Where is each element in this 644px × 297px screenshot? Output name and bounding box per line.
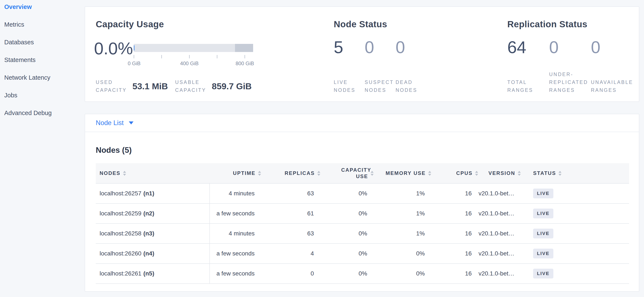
- node-id: (n3): [143, 230, 154, 237]
- node-name-cell[interactable]: localhost:26261 (n5): [96, 264, 210, 283]
- status-cell: LIVE: [521, 244, 629, 263]
- usable-capacity-value: 859.7 GiB: [212, 81, 252, 91]
- sort-icon: [428, 171, 431, 176]
- total-ranges-value: 64: [507, 39, 549, 56]
- node-list-dropdown[interactable]: Node List: [96, 119, 124, 127]
- node-id: (n1): [143, 190, 154, 197]
- replicas-cell: 63: [261, 224, 320, 243]
- version-cell: v20.1.0-bet…: [478, 224, 521, 243]
- sidebar-item-network-latency[interactable]: Network Latency: [0, 73, 85, 91]
- version-cell: v20.1.0-bet…: [478, 184, 521, 203]
- node-name-cell[interactable]: localhost:26257 (n1): [96, 184, 210, 203]
- live-nodes-value: 5: [334, 39, 365, 56]
- uptime-cell: 4 minutes: [210, 184, 261, 203]
- column-label: CPUS: [456, 170, 472, 176]
- sidebar-item-overview[interactable]: Overview: [0, 2, 85, 20]
- capacity-use-cell: 0%: [320, 204, 374, 223]
- axis-label-800: 800 GiB: [236, 60, 254, 66]
- column-header-cpus[interactable]: CPUS: [431, 163, 478, 183]
- node-name-cell[interactable]: localhost:26260 (n4): [96, 244, 210, 263]
- uptime-cell: 4 minutes: [210, 224, 261, 243]
- capacity-used-percent: 0.0%: [94, 39, 133, 58]
- column-header-version[interactable]: VERSION: [478, 163, 521, 183]
- cluster-summary-card: Capacity Usage 0.0% 0 GiB 400 GiB 800 Gi…: [85, 6, 639, 102]
- sort-icon: [258, 171, 261, 176]
- sidebar-item-statements[interactable]: Statements: [0, 56, 85, 73]
- under-replicated-ranges-value: 0: [549, 39, 591, 56]
- axis-label-0: 0 GiB: [128, 60, 140, 66]
- column-header-memory-use[interactable]: MEMORY USE: [374, 163, 431, 183]
- total-ranges-label: TOTAL RANGES: [507, 78, 549, 94]
- dead-nodes-stat: 0 DEAD NODES: [396, 39, 426, 94]
- uptime-cell: a few seconds: [210, 264, 261, 283]
- capacity-axis: 0 GiB 400 GiB 800 GiB: [134, 54, 253, 71]
- sidebar-item-metrics[interactable]: Metrics: [0, 20, 85, 38]
- column-label: VERSION: [488, 170, 515, 176]
- replicas-cell: 4: [261, 244, 320, 263]
- nodes-table-header: NODES UPTIME REPLICAS CAPACITY USE MEMOR…: [96, 163, 629, 184]
- axis-tick: [189, 55, 190, 58]
- dead-nodes-value: 0: [396, 39, 426, 56]
- table-row: localhost:26261 (n5) a few seconds 0 0% …: [96, 264, 629, 284]
- sort-icon: [370, 171, 374, 176]
- nodes-table: NODES UPTIME REPLICAS CAPACITY USE MEMOR…: [96, 163, 629, 284]
- table-row: localhost:26258 (n3) 4 minutes 63 0% 1% …: [96, 224, 629, 244]
- column-label: CAPACITY USE: [341, 167, 368, 180]
- node-id: (n5): [143, 270, 154, 277]
- column-header-uptime[interactable]: UPTIME: [210, 163, 261, 183]
- status-badge: LIVE: [533, 209, 553, 218]
- capacity-stats: USED CAPACITY 53.1 MiB USABLE CAPACITY 8…: [96, 78, 259, 94]
- sort-icon: [123, 171, 126, 176]
- column-header-replicas[interactable]: REPLICAS: [261, 163, 320, 183]
- uptime-cell: a few seconds: [210, 244, 261, 263]
- memory-use-cell: 1%: [374, 224, 431, 243]
- under-replicated-ranges-stat: 0 UNDER-REPLICATED RANGES: [549, 39, 591, 94]
- dead-nodes-label: DEAD NODES: [396, 78, 426, 94]
- suspect-nodes-label: SUSPECT NODES: [365, 78, 396, 94]
- column-header-nodes[interactable]: NODES: [96, 163, 210, 183]
- sidebar-item-databases[interactable]: Databases: [0, 38, 85, 56]
- cpus-cell: 16: [431, 204, 478, 223]
- table-row: localhost:26259 (n2) a few seconds 61 0%…: [96, 204, 629, 224]
- node-id: (n4): [143, 250, 154, 257]
- axis-tick: [134, 55, 134, 58]
- usable-capacity-label: USABLE CAPACITY: [175, 78, 212, 94]
- column-header-status[interactable]: STATUS: [521, 163, 629, 183]
- cpus-cell: 16: [431, 184, 478, 203]
- node-name-cell[interactable]: localhost:26258 (n3): [96, 224, 210, 243]
- version-cell: v20.1.0-bet…: [478, 204, 521, 223]
- column-label: MEMORY USE: [386, 170, 426, 176]
- node-address: localhost:26258: [100, 230, 142, 237]
- status-badge: LIVE: [533, 269, 553, 279]
- axis-tick: [217, 55, 217, 58]
- sort-icon: [518, 171, 521, 176]
- column-header-capacity-use[interactable]: CAPACITY USE: [320, 163, 374, 183]
- replicas-cell: 61: [261, 204, 320, 223]
- unavailable-ranges-label: UNAVAILABLE RANGES: [591, 78, 633, 94]
- node-name-cell[interactable]: localhost:26259 (n2): [96, 204, 210, 223]
- replicas-cell: 63: [261, 184, 320, 203]
- node-status-title: Node Status: [334, 19, 387, 29]
- suspect-nodes-value: 0: [365, 39, 396, 56]
- column-label: STATUS: [533, 170, 556, 176]
- capacity-usage-title: Capacity Usage: [96, 19, 164, 29]
- table-row: localhost:26257 (n1) 4 minutes 63 0% 1% …: [96, 184, 629, 204]
- status-cell: LIVE: [521, 204, 629, 223]
- axis-tick: [162, 55, 162, 58]
- cpus-cell: 16: [431, 244, 478, 263]
- column-label: NODES: [100, 170, 120, 176]
- version-cell: v20.1.0-bet…: [478, 264, 521, 283]
- sidebar-item-advanced-debug[interactable]: Advanced Debug: [0, 109, 85, 126]
- live-nodes-stat: 5 LIVE NODES: [334, 39, 365, 94]
- node-list-card: Node List Nodes (5) NODES UPTIME REPLICA…: [85, 114, 639, 292]
- replication-status-title: Replication Status: [507, 19, 587, 29]
- status-badge: LIVE: [533, 229, 553, 238]
- capacity-use-cell: 0%: [320, 264, 374, 283]
- capacity-use-cell: 0%: [320, 224, 374, 243]
- sidebar-item-jobs[interactable]: Jobs: [0, 91, 85, 109]
- cpus-cell: 16: [431, 224, 478, 243]
- capacity-use-cell: 0%: [320, 244, 374, 263]
- chevron-down-icon: [129, 121, 134, 124]
- view-selector[interactable]: Node List: [85, 114, 639, 132]
- replicas-cell: 0: [261, 264, 320, 283]
